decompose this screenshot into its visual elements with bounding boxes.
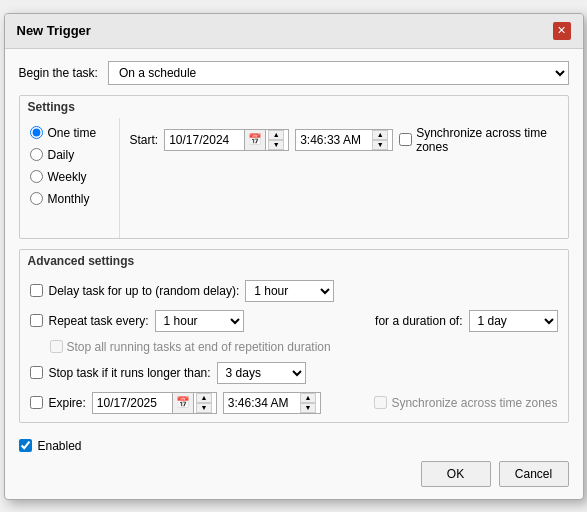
repeat-select[interactable]: 5 minutes 10 minutes 15 minutes 30 minut… [155,310,244,332]
monthly-label: Monthly [48,192,90,206]
expire-time-spinner: ▲ ▼ [300,393,316,413]
start-date-input[interactable] [169,133,244,147]
expire-time-input[interactable] [228,396,298,410]
stop-longer-label: Stop task if it runs longer than: [49,366,211,380]
daily-option[interactable]: Daily [30,148,109,162]
stop-all-checkbox[interactable] [50,340,63,353]
one-time-label: One time [48,126,97,140]
stop-longer-row: Stop task if it runs longer than: 30 min… [30,362,558,384]
expire-sync-check[interactable]: Synchronize across time zones [374,396,557,410]
repeat-label: Repeat task every: [49,314,149,328]
enabled-row: Enabled [19,433,569,457]
delay-checkbox[interactable] [30,284,43,297]
cancel-button[interactable]: Cancel [499,461,569,487]
monthly-option[interactable]: Monthly [30,192,109,206]
advanced-inner: Delay task for up to (random delay): 30 … [20,272,568,422]
expire-sync-checkbox[interactable] [374,396,387,409]
expire-date-input[interactable] [97,396,172,410]
expire-time-field: ▲ ▼ [223,392,321,414]
ok-button[interactable]: OK [421,461,491,487]
expire-time-up-button[interactable]: ▲ [300,393,316,403]
enabled-label-wrapper[interactable]: Enabled [19,439,82,453]
start-date-calendar-button[interactable]: 📅 [244,129,266,151]
expire-time-down-button[interactable]: ▼ [300,403,316,413]
delay-row: Delay task for up to (random delay): 30 … [30,280,558,302]
dialog-title-bar: New Trigger ✕ [5,14,583,49]
sync-timezone-check[interactable]: Synchronize across time zones [399,126,557,154]
start-time-up-button[interactable]: ▲ [372,130,388,140]
start-date-down-button[interactable]: ▼ [268,140,284,150]
daily-label: Daily [48,148,75,162]
sync-timezone-label: Synchronize across time zones [416,126,557,154]
expire-date-up-button[interactable]: ▲ [196,393,212,403]
settings-section: Settings One time Daily Weekly [19,95,569,239]
enabled-checkbox[interactable] [19,439,32,452]
expire-sync-label: Synchronize across time zones [391,396,557,410]
stop-all-row: Stop all running tasks at end of repetit… [30,340,558,354]
dialog-title: New Trigger [17,23,91,38]
expire-checkbox[interactable] [30,396,43,409]
start-date-spinner: ▲ ▼ [268,130,284,150]
start-date-up-button[interactable]: ▲ [268,130,284,140]
expire-date-down-button[interactable]: ▼ [196,403,212,413]
advanced-settings-section: Advanced settings Delay task for up to (… [19,249,569,423]
duration-label: for a duration of: [375,314,462,328]
enabled-label: Enabled [38,439,82,453]
delay-label: Delay task for up to (random delay): [49,284,240,298]
expire-date-calendar-button[interactable]: 📅 [172,392,194,414]
close-button[interactable]: ✕ [553,22,571,40]
schedule-type-column: One time Daily Weekly Monthly [20,118,120,238]
start-row: Start: 📅 ▲ ▼ ▲ [130,126,558,154]
start-column: Start: 📅 ▲ ▼ ▲ [120,118,568,238]
expire-row: Expire: 📅 ▲ ▼ ▲ ▼ [30,392,558,414]
settings-inner: One time Daily Weekly Monthly [20,118,568,238]
settings-header: Settings [20,96,568,118]
delay-select[interactable]: 30 minutes 1 hour 2 hours 4 hours 8 hour… [245,280,334,302]
start-date-field: 📅 ▲ ▼ [164,129,289,151]
button-row: OK Cancel [19,457,569,487]
start-time-input[interactable] [300,133,370,147]
expire-label: Expire: [49,396,86,410]
one-time-option[interactable]: One time [30,126,109,140]
expire-date-spinner: ▲ ▼ [196,393,212,413]
new-trigger-dialog: New Trigger ✕ Begin the task: On a sched… [4,13,584,500]
begin-task-select[interactable]: On a schedule At log on At startup On id… [108,61,569,85]
start-label: Start: [130,133,159,147]
dialog-body: Begin the task: On a schedule At log on … [5,49,583,499]
expire-date-field: 📅 ▲ ▼ [92,392,217,414]
repeat-checkbox[interactable] [30,314,43,327]
repeat-row: Repeat task every: 5 minutes 10 minutes … [30,310,558,332]
start-time-field: ▲ ▼ [295,129,393,151]
start-time-spinner: ▲ ▼ [372,130,388,150]
stop-all-label: Stop all running tasks at end of repetit… [67,340,331,354]
duration-select[interactable]: 15 minutes 30 minutes 1 hour 12 hours 1 … [469,310,558,332]
advanced-header: Advanced settings [20,250,568,272]
sync-timezone-checkbox[interactable] [399,133,412,146]
start-time-down-button[interactable]: ▼ [372,140,388,150]
stop-longer-select[interactable]: 30 minutes 1 hour 2 hours 4 hours 8 hour… [217,362,306,384]
begin-task-row: Begin the task: On a schedule At log on … [19,61,569,85]
weekly-label: Weekly [48,170,87,184]
weekly-option[interactable]: Weekly [30,170,109,184]
begin-task-label: Begin the task: [19,66,98,80]
stop-longer-checkbox[interactable] [30,366,43,379]
